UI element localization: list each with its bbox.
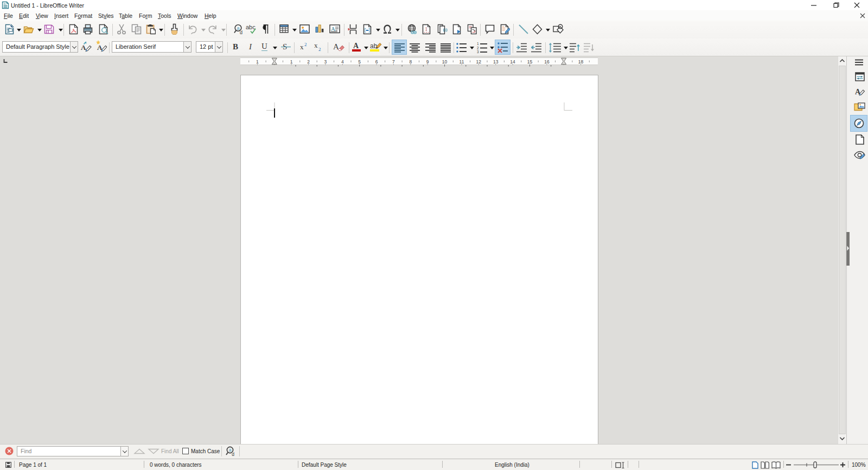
svg-text:15: 15	[527, 59, 533, 65]
svg-text:10: 10	[442, 59, 448, 65]
svg-text:2: 2	[477, 46, 479, 50]
svg-text:2: 2	[307, 59, 310, 65]
svg-text:x: x	[314, 42, 318, 49]
svg-text:d: d	[240, 30, 242, 35]
svg-text:4: 4	[341, 59, 344, 65]
svg-text:13: 13	[493, 59, 499, 65]
svg-text:11: 11	[459, 59, 464, 65]
svg-text:1: 1	[425, 27, 427, 32]
svg-text:8: 8	[409, 59, 412, 65]
svg-text:x: x	[300, 43, 304, 51]
svg-text:A: A	[353, 42, 359, 50]
svg-text:1: 1	[256, 59, 259, 65]
svg-text:18: 18	[578, 59, 584, 65]
svg-text:d: d	[232, 452, 234, 456]
svg-text:7: 7	[392, 59, 395, 65]
svg-text:16: 16	[544, 59, 550, 65]
svg-text:9: 9	[426, 59, 429, 65]
svg-text:1: 1	[477, 42, 479, 46]
svg-text:14: 14	[510, 59, 515, 65]
svg-text:5: 5	[358, 59, 361, 65]
svg-text:abc: abc	[246, 24, 256, 30]
svg-text:A: A	[81, 43, 86, 51]
svg-text:2: 2	[318, 47, 321, 52]
svg-text:3: 3	[477, 50, 479, 53]
svg-text:2: 2	[304, 42, 307, 47]
svg-text:12: 12	[476, 59, 482, 65]
svg-text:3: 3	[324, 59, 327, 65]
svg-text:a: a	[229, 447, 232, 453]
svg-text:1: 1	[290, 59, 293, 65]
svg-text:A: A	[331, 25, 335, 32]
svg-text:a: a	[237, 25, 239, 31]
svg-text:6: 6	[375, 59, 378, 65]
